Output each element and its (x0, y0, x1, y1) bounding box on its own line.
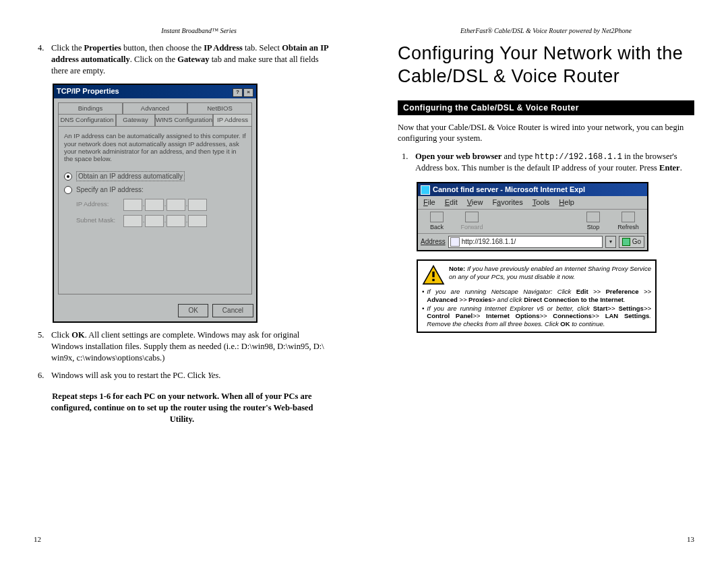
go-icon (622, 238, 630, 246)
menu-file[interactable]: File (423, 197, 435, 208)
repeat-note: Repeat steps 1-6 for each PC on your net… (34, 391, 330, 425)
tab-bindings[interactable]: Bindings (58, 102, 123, 115)
step-1: 1. Open your web browser and type http:/… (398, 151, 694, 174)
subsection-bar: Configuring the Cable/DSL & Voice Router (398, 100, 694, 115)
note-bullet-1: • If you are running Netscape Navigator:… (422, 288, 651, 303)
browser-addressbar: Address http://192.168.1.1/ ▾ Go (418, 234, 647, 250)
radio-dot-icon (64, 186, 72, 194)
tab-wins[interactable]: WINS Configuration (155, 114, 213, 126)
back-icon (430, 212, 444, 222)
tab-netbios[interactable]: NetBIOS (187, 102, 252, 115)
dialog-button-row: OK Cancel (54, 304, 256, 321)
left-page: Instant Broadband™ Series 4. Click the P… (0, 0, 364, 562)
svg-rect-1 (432, 272, 434, 277)
refresh-button[interactable]: Refresh (612, 212, 644, 231)
section-heading: Configuring Your Network with the Cable/… (398, 42, 694, 88)
ip-radio-group: Obtain an IP address automatically Speci… (64, 171, 246, 227)
go-button[interactable]: Go (619, 236, 644, 248)
menu-edit[interactable]: Edit (445, 197, 458, 208)
step-num: 1. (398, 151, 415, 174)
tabs: Bindings Advanced NetBIOS DNS Configurat… (58, 102, 252, 127)
step-num: 5. (34, 330, 51, 364)
ok-button[interactable]: OK (178, 304, 208, 317)
tab-panel: An IP address can be automatically assig… (58, 126, 252, 294)
menu-view[interactable]: View (467, 197, 483, 208)
forward-icon (465, 212, 479, 222)
radio-specify[interactable]: Specify an IP address: (64, 185, 246, 195)
intro-paragraph: Now that your Cable/DSL & Voice Router i… (398, 122, 694, 145)
browser-menubar: File Edit View Favorites Tools Help (418, 196, 647, 210)
ip-address-row: IP Address: ... (76, 199, 246, 211)
step-6: 6. Windows will ask you to restart the P… (34, 370, 330, 381)
tab-help-text: An IP address can be automatically assig… (64, 132, 246, 163)
tcpip-dialog-figure: TCP/IP Properties ?× Bindings Advanced N… (53, 84, 257, 323)
ie-icon (421, 185, 430, 195)
page-number-right: 13 (687, 535, 694, 543)
ip-address-input: ... (123, 199, 207, 211)
tab-advanced[interactable]: Advanced (123, 102, 187, 115)
close-icon[interactable]: × (243, 88, 253, 97)
browser-title: Cannot find server - Microsoft Internet … (433, 185, 585, 195)
address-input[interactable]: http://192.168.1.1/ (448, 236, 603, 248)
page-number-left: 12 (34, 535, 41, 543)
subnet-mask-input: ... (123, 215, 207, 227)
dialog-title: TCP/IP Properties (57, 86, 119, 97)
address-label: Address (421, 237, 446, 247)
note-box: Note: If you have previously enabled an … (417, 259, 657, 333)
menu-favorites[interactable]: Favorites (492, 197, 522, 208)
page-header-right: EtherFast® Cable/DSL & Voice Router powe… (398, 27, 694, 34)
note-bullet-2: • If you are running Internet Explorer v… (422, 305, 651, 327)
refresh-icon (621, 212, 635, 222)
stop-icon (586, 212, 600, 222)
menu-tools[interactable]: Tools (533, 197, 550, 208)
back-button[interactable]: Back (421, 212, 453, 231)
body-text-left: 4. Click the Properties button, then cho… (34, 42, 330, 425)
browser-titlebar: Cannot find server - Microsoft Internet … (418, 183, 647, 196)
help-icon[interactable]: ? (233, 88, 243, 97)
radio-dot-selected-icon (64, 173, 72, 181)
svg-rect-2 (432, 279, 434, 281)
browser-toolbar: Back Forward Stop Refresh (418, 210, 647, 234)
step-5: 5. Click OK. All client settings are com… (34, 330, 330, 364)
dialog-titlebar: TCP/IP Properties ?× (54, 85, 256, 98)
right-page: EtherFast® Cable/DSL & Voice Router powe… (364, 0, 728, 562)
tab-gateway[interactable]: Gateway (116, 114, 155, 126)
body-text-right: Now that your Cable/DSL & Voice Router i… (398, 122, 694, 334)
cancel-button[interactable]: Cancel (212, 304, 253, 317)
address-dropdown[interactable]: ▾ (605, 236, 616, 248)
step-num: 4. (34, 42, 51, 77)
step-4: 4. Click the Properties button, then cho… (34, 42, 330, 77)
warning-icon (422, 265, 445, 285)
tab-ipaddress[interactable]: IP Address (213, 114, 252, 126)
stop-button[interactable]: Stop (577, 212, 609, 231)
page-icon (450, 237, 460, 247)
tcpip-dialog: TCP/IP Properties ?× Bindings Advanced N… (54, 85, 256, 321)
radio-obtain[interactable]: Obtain an IP address automatically (64, 171, 246, 182)
subnet-mask-row: Subnet Mask: ... (76, 215, 246, 227)
forward-button: Forward (456, 212, 488, 231)
menu-help[interactable]: Help (559, 197, 574, 208)
step-num: 6. (34, 370, 51, 381)
browser-figure: Cannot find server - Microsoft Internet … (417, 182, 648, 251)
page-header-left: Instant Broadband™ Series (34, 27, 330, 34)
tab-dns[interactable]: DNS Configuration (58, 114, 116, 126)
window-buttons: ?× (232, 86, 253, 97)
